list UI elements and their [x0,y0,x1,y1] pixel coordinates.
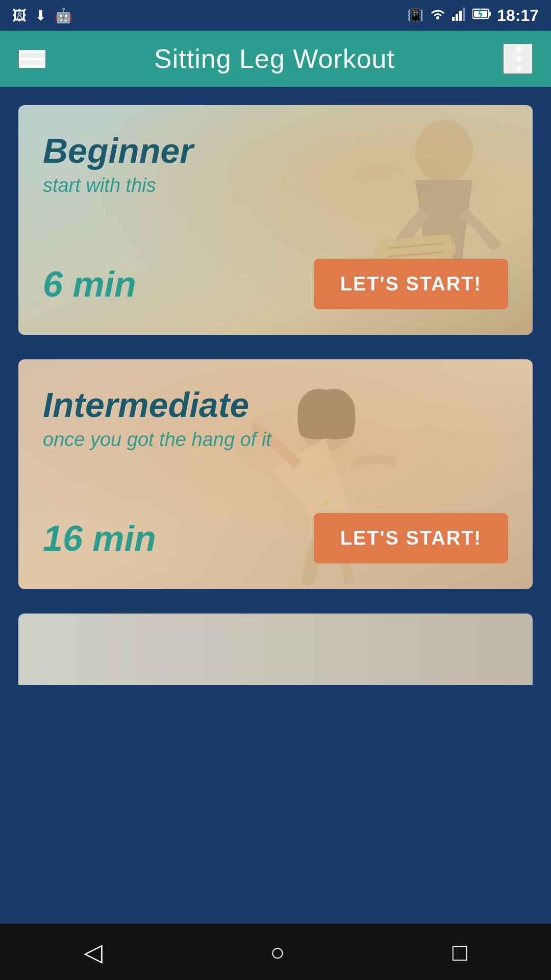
back-button[interactable]: ◁ [84,938,103,966]
intermediate-level-label: Intermediate [43,385,508,425]
status-time: 18:17 [497,6,539,25]
intermediate-start-button[interactable]: LET'S START! [314,513,508,564]
advanced-card-bg [18,614,533,685]
home-button[interactable]: ○ [270,938,285,966]
intermediate-card-bottom: 16 min LET'S START! [43,513,508,564]
status-bar-left-icons: 🖼 ⬇ 🤖 [12,7,72,24]
status-bar-right-icons: 📳 [407,6,539,25]
beginner-card-top: Beginner start with this [43,131,508,197]
intermediate-card-content: Intermediate once you got the hang of it… [18,359,533,589]
image-icon: 🖼 [12,7,27,24]
intermediate-subtitle-label: once you got the hang of it [43,429,508,451]
svg-rect-4 [463,8,465,21]
recents-icon: □ [453,938,467,966]
recents-button[interactable]: □ [453,938,467,966]
svg-rect-1 [452,17,455,21]
android-icon: 🤖 [55,7,72,24]
home-icon: ○ [270,938,285,966]
svg-rect-2 [456,14,458,21]
download-icon: ⬇ [35,7,46,24]
beginner-subtitle-label: start with this [43,175,508,197]
beginner-start-button[interactable]: LET'S START! [314,259,508,309]
signal-icon [452,7,466,24]
intermediate-workout-card: Intermediate once you got the hang of it… [18,359,533,589]
battery-icon [472,7,491,23]
beginner-workout-card: Beginner start with this 6 min LET'S STA… [18,105,533,335]
back-icon: ◁ [84,938,103,966]
svg-rect-3 [459,11,462,21]
app-bar-title: Sitting Leg Workout [154,43,395,74]
intermediate-card-top: Intermediate once you got the hang of it [43,385,508,451]
svg-point-0 [436,16,439,19]
beginner-card-content: Beginner start with this 6 min LET'S STA… [18,105,533,335]
vibrate-icon: 📳 [407,8,423,23]
advanced-workout-card-partial [18,614,533,685]
svg-rect-6 [489,12,491,16]
wifi-icon [430,7,446,24]
main-content: Beginner start with this 6 min LET'S STA… [0,87,551,924]
beginner-card-bottom: 6 min LET'S START! [43,259,508,309]
nav-bar: ◁ ○ □ [0,924,551,980]
more-options-button[interactable]: ⋮ [503,43,533,74]
hamburger-menu-button[interactable] [18,50,46,68]
app-bar: Sitting Leg Workout ⋮ [0,31,551,87]
beginner-level-label: Beginner [43,131,508,170]
intermediate-duration-label: 16 min [43,518,156,559]
beginner-duration-label: 6 min [43,264,136,305]
status-bar: 🖼 ⬇ 🤖 📳 [0,0,551,31]
